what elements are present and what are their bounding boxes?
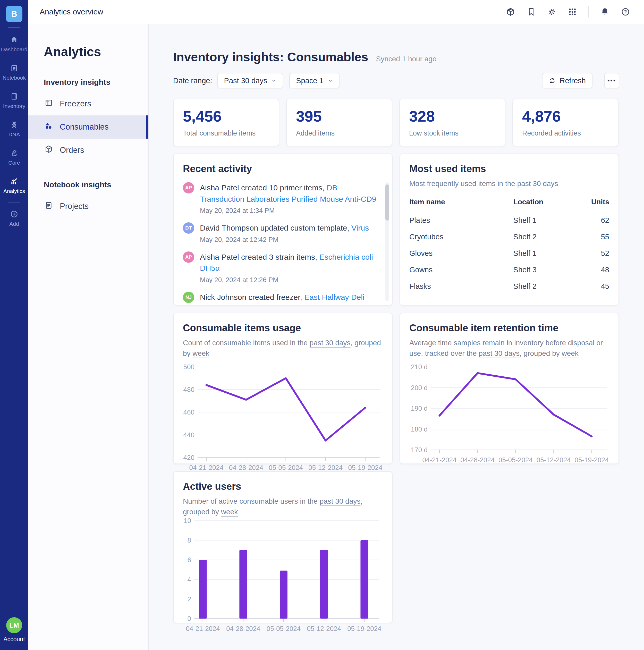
cell-item-name: Gloves bbox=[409, 244, 513, 261]
rail-item-add[interactable]: Add bbox=[9, 206, 19, 231]
rail-item-dashboard[interactable]: Dashboard bbox=[0, 30, 28, 58]
freezer-icon bbox=[44, 99, 53, 109]
card-subtitle: Most frequently used items in the past 3… bbox=[409, 179, 609, 189]
sidebar-item-orders[interactable]: Orders bbox=[28, 139, 148, 162]
activity-scrollbar-track[interactable] bbox=[385, 182, 389, 301]
card-title: Recent activity bbox=[183, 163, 377, 174]
cell-location: Shelf 2 bbox=[513, 228, 581, 244]
subtitle-text: Number of active consumable users in the bbox=[183, 497, 320, 505]
activity-time: May 20, 2024 at 1:34 PM bbox=[200, 207, 377, 215]
consumable-usage-chart-card: Consumable items usage Count of consumab… bbox=[173, 313, 393, 464]
stat-label: Recorded activities bbox=[522, 129, 609, 137]
rail-divider bbox=[8, 203, 20, 203]
column-header-location: Location bbox=[513, 198, 581, 211]
sidebar-item-label: Projects bbox=[60, 202, 88, 211]
activity-link[interactable]: East Hallway Deli bbox=[304, 293, 364, 301]
section-header: Notebook insights bbox=[44, 180, 148, 189]
sidebar-section-notebook-insights: Notebook insights Projects bbox=[28, 180, 148, 218]
activity-scrollbar-thumb[interactable] bbox=[385, 184, 389, 220]
sidebar-item-consumables[interactable]: Consumables bbox=[28, 115, 148, 139]
topbar-title: Analytics overview bbox=[40, 7, 103, 16]
svg-text:190 d: 190 d bbox=[411, 404, 428, 412]
sidebar-item-freezers[interactable]: Freezers bbox=[28, 92, 148, 115]
space-dropdown[interactable]: Space 1 bbox=[289, 73, 339, 88]
activity-time: May 20, 2024 at 10:56 AM bbox=[200, 305, 364, 305]
table-row: Flasks Shelf 2 45 bbox=[409, 277, 609, 294]
cell-item-name: Plates bbox=[409, 211, 513, 228]
activity-item: NJ Nick Johnson created freezer, East Ha… bbox=[183, 292, 377, 306]
subtitle-period-link[interactable]: past 30 days bbox=[478, 349, 520, 357]
dna-icon bbox=[10, 120, 18, 130]
subtitle-period-link[interactable]: past 30 days bbox=[310, 339, 351, 347]
activity-link[interactable]: Virus bbox=[351, 224, 369, 232]
rail-item-dna[interactable]: DNA bbox=[0, 115, 28, 143]
svg-text:440: 440 bbox=[183, 431, 194, 439]
stat-value: 4,876 bbox=[522, 107, 609, 125]
svg-text:05-12-2024: 05-12-2024 bbox=[537, 456, 571, 464]
more-options-button[interactable]: ••• bbox=[604, 73, 619, 88]
subtitle-period-link[interactable]: past 30 days bbox=[517, 180, 558, 187]
subtitle-grouping-link[interactable]: week bbox=[562, 349, 579, 357]
chevron-down-icon bbox=[328, 76, 333, 85]
app-logo[interactable]: B bbox=[6, 6, 23, 22]
rail-item-inventory[interactable]: Inventory bbox=[0, 86, 28, 115]
card-subtitle: Average time samples remain in inventory… bbox=[409, 338, 609, 359]
activity-text: Aisha Patel created 3 strain items, bbox=[200, 253, 319, 261]
card-title: Most used items bbox=[409, 163, 609, 174]
table-row: Gloves Shelf 1 52 bbox=[409, 244, 609, 261]
rail-item-notebook[interactable]: Notebook bbox=[0, 58, 28, 86]
card-subtitle: Count of consumable items used in the pa… bbox=[183, 338, 383, 359]
synced-status: Synced 1 hour ago bbox=[376, 55, 436, 63]
retention-line-chart: 170 d180 d190 d200 d210 d04-21-202404-28… bbox=[409, 363, 610, 466]
account-avatar[interactable]: LM bbox=[6, 617, 22, 633]
sidebar-item-projects[interactable]: Projects bbox=[28, 195, 148, 218]
bookmark-icon[interactable] bbox=[527, 7, 536, 16]
rail-account[interactable]: LM Account bbox=[3, 617, 25, 643]
rail-item-core[interactable]: Core bbox=[0, 143, 28, 172]
sidebar-section-inventory-insights: Inventory insights Freezers Consumables … bbox=[28, 78, 148, 162]
rail-logo-divider bbox=[8, 27, 20, 28]
retention-time-chart-card: Consumable item retention time Average t… bbox=[399, 313, 619, 464]
stat-value: 5,456 bbox=[183, 107, 270, 125]
stat-value: 395 bbox=[296, 107, 383, 125]
rail-item-label: Notebook bbox=[3, 75, 26, 81]
account-label: Account bbox=[3, 636, 25, 643]
microscope-icon bbox=[10, 149, 18, 158]
clipboard-icon bbox=[44, 201, 53, 212]
svg-text:05-12-2024: 05-12-2024 bbox=[307, 625, 341, 632]
date-range-value: Past 30 days bbox=[224, 76, 267, 85]
refresh-button[interactable]: Refresh bbox=[542, 73, 593, 88]
date-range-dropdown[interactable]: Past 30 days bbox=[217, 73, 283, 88]
card-title: Consumable item retention time bbox=[409, 323, 609, 334]
rail-nav: Dashboard Notebook Inventory DNA Core An… bbox=[0, 30, 28, 200]
rail-item-analytics[interactable]: Analytics bbox=[0, 172, 28, 200]
most-used-items-card: Most used items Most frequently used ite… bbox=[399, 153, 619, 305]
column-header-item-name: Item name bbox=[409, 198, 513, 211]
page-title: Inventory insights: Consumables bbox=[173, 50, 368, 64]
svg-text:10: 10 bbox=[184, 517, 191, 524]
subtitle-grouping-link[interactable]: week bbox=[192, 349, 209, 357]
stat-card-low-stock: 328 Low stock items bbox=[399, 99, 505, 146]
cell-units: 48 bbox=[581, 261, 609, 277]
gear-icon[interactable] bbox=[547, 7, 557, 16]
table-row: Gowns Shelf 3 48 bbox=[409, 261, 609, 277]
bell-icon[interactable] bbox=[600, 7, 609, 16]
svg-text:6: 6 bbox=[187, 556, 191, 564]
grid-icon[interactable] bbox=[568, 7, 577, 16]
svg-text:200 d: 200 d bbox=[411, 384, 428, 392]
svg-text:05-19-2024: 05-19-2024 bbox=[348, 464, 383, 471]
svg-text:05-19-2024: 05-19-2024 bbox=[575, 456, 609, 464]
shapes-icon bbox=[44, 121, 53, 133]
help-icon[interactable]: ? bbox=[621, 7, 630, 16]
subtitle-period-link[interactable]: past 30 days bbox=[320, 497, 361, 505]
subtitle-text: Most frequently used items in the bbox=[409, 180, 517, 187]
rail-item-label: Core bbox=[8, 160, 20, 166]
main-content: Inventory insights: Consumables Synced 1… bbox=[149, 24, 644, 650]
svg-text:210 d: 210 d bbox=[411, 363, 428, 371]
refresh-label: Refresh bbox=[560, 76, 586, 85]
add-icon bbox=[10, 210, 18, 219]
svg-text:05-12-2024: 05-12-2024 bbox=[308, 464, 343, 471]
activity-text: David Thompson updated custom template, bbox=[200, 224, 351, 232]
cube-icon[interactable] bbox=[506, 7, 515, 16]
subtitle-grouping-link[interactable]: week bbox=[221, 508, 238, 516]
